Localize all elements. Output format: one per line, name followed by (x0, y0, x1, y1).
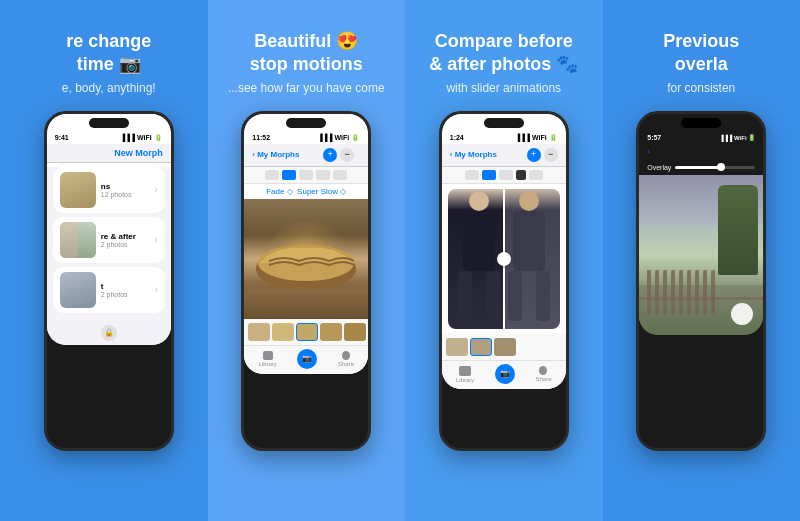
thumb-4[interactable] (320, 323, 342, 341)
share-button[interactable]: Share (338, 351, 354, 369)
panel-feature-4: Previousoverla for consisten 5:57 ▐▐▐ Wi… (603, 0, 801, 521)
dynamic-island-2 (286, 118, 326, 128)
capture-overlay-btn[interactable] (731, 303, 753, 325)
toolbar-icon-3-5[interactable] (529, 170, 543, 180)
phone-bottom-1: 🔒 (47, 321, 171, 345)
toolbar-icon-3-2[interactable] (482, 170, 496, 180)
toolbar-icon-4[interactable] (316, 170, 330, 180)
morph-count: 2 photos (101, 291, 150, 298)
status-bar-4: 5:57 ▐▐▐ WiFi 🔋 (639, 132, 763, 143)
camera-button[interactable]: 📷 (297, 349, 317, 369)
list-item[interactable]: re & after 2 photos › (53, 217, 165, 263)
thumb-5[interactable] (344, 323, 366, 341)
phone-mockup-4: 5:57 ▐▐▐ WiFi 🔋 ‹ Overlay (636, 111, 766, 451)
compare-thumb-3[interactable] (494, 338, 516, 356)
dynamic-island-4 (681, 118, 721, 128)
morph-thumbnail (60, 172, 96, 208)
overlay-nav-bar: ‹ (639, 143, 763, 160)
list-item[interactable]: ns 12 photos › (53, 167, 165, 213)
overlay-slider-track[interactable] (675, 166, 755, 169)
fence-post (655, 270, 659, 315)
panel-1-subtitle: e, body, anything! (62, 81, 156, 97)
compare-thumb-1[interactable] (446, 338, 468, 356)
overlay-slider-row: Overlay (639, 160, 763, 175)
panel-feature-2: Beautiful 😍stop motions ...see how far y… (208, 0, 406, 521)
fence-post (647, 270, 651, 315)
fence-post (679, 270, 683, 315)
toolbar-icon-3[interactable] (299, 170, 313, 180)
svg-rect-3 (463, 211, 495, 271)
thumb-1[interactable] (248, 323, 270, 341)
svg-rect-8 (508, 271, 522, 321)
fence-post (695, 270, 699, 315)
status-icons-3: ▐▐▐ WiFi 🔋 (515, 134, 558, 142)
status-time-3: 1:24 (450, 134, 464, 141)
toolbar-icon-5[interactable] (333, 170, 347, 180)
morph-info: re & after 2 photos (101, 232, 150, 248)
toolbar-icon-1[interactable] (265, 170, 279, 180)
tree (718, 185, 758, 275)
library-label: Library (259, 361, 277, 367)
phone-screen-1: 9:41 ▐▐▐ WiFi 🔋 New Morph ns 12 photos (47, 114, 171, 345)
panel-3-subtitle: with slider animations (446, 81, 561, 97)
overlay-label: Overlay (647, 164, 671, 171)
share-label-3: Share (535, 376, 551, 382)
add-button-2[interactable]: + (323, 148, 337, 162)
morph-info: ns 12 photos (101, 182, 150, 198)
notch-area-4 (639, 114, 763, 132)
lock-icon: 🔒 (101, 325, 117, 341)
food-svg (244, 219, 368, 299)
chevron-icon: › (154, 234, 157, 245)
phone-screen-4: 5:57 ▐▐▐ WiFi 🔋 ‹ Overlay (639, 114, 763, 335)
library-button[interactable]: Library (259, 351, 277, 369)
add-button-3[interactable]: + (527, 148, 541, 162)
panel-2-subtitle: ...see how far you have come (228, 81, 385, 97)
thumbnail-strip (244, 319, 368, 345)
toolbar-icon-3-1[interactable] (465, 170, 479, 180)
svg-rect-7 (513, 211, 545, 271)
library-icon-3 (459, 366, 471, 376)
library-button-3[interactable]: Library (456, 366, 474, 384)
toolbar-icon-3-4[interactable] (516, 170, 526, 180)
compare-slider-handle[interactable] (497, 252, 511, 266)
toolbar-icon-2[interactable] (282, 170, 296, 180)
status-icons-2: ▐▐▐ WiFi 🔋 (318, 134, 361, 142)
compare-photo (448, 189, 560, 329)
before-photo (448, 189, 504, 329)
morph-name: ns (101, 182, 150, 191)
svg-rect-4 (458, 271, 472, 321)
thumb-3[interactable] (296, 323, 318, 341)
nav-back-2[interactable]: ‹ My Morphs (252, 150, 299, 159)
nav-back-4[interactable]: ‹ (647, 147, 650, 156)
morph-thumbnail (60, 222, 96, 258)
compare-thumb-strip (442, 334, 566, 360)
nav-actions-2: + − (323, 148, 360, 162)
toolbar-strip-3 (442, 167, 566, 184)
nav-back-3[interactable]: ‹ My Morphs (450, 150, 497, 159)
status-bar-2: 11:52 ▐▐▐ WiFi 🔋 (244, 132, 368, 144)
morph-count: 12 photos (101, 191, 150, 198)
fence-post (671, 270, 675, 315)
chevron-icon: › (154, 184, 157, 195)
minus-button-2[interactable]: − (340, 148, 354, 162)
compare-thumb-2[interactable] (470, 338, 492, 356)
status-time-4: 5:57 (647, 134, 661, 141)
list-item[interactable]: t 2 photos › (53, 267, 165, 313)
camera-icon: 📷 (302, 354, 312, 363)
minus-button-3[interactable]: − (544, 148, 558, 162)
bottom-toolbar-2: Library 📷 Share (244, 345, 368, 374)
svg-rect-9 (536, 271, 550, 321)
morph-count: 2 photos (101, 241, 150, 248)
share-label: Share (338, 361, 354, 367)
thumb-2[interactable] (272, 323, 294, 341)
status-time-1: 9:41 (55, 134, 69, 141)
overlay-slider-knob[interactable] (717, 163, 725, 171)
after-photo (504, 189, 560, 329)
status-icons-4: ▐▐▐ WiFi 🔋 (720, 134, 756, 141)
panel-2-title: Beautiful 😍stop motions (250, 30, 363, 75)
share-button-3[interactable]: Share (535, 366, 551, 384)
nav-new-morph[interactable]: New Morph (114, 148, 163, 158)
toolbar-icon-3-3[interactable] (499, 170, 513, 180)
fade-speed-label[interactable]: Fade ◇ Super Slow ◇ (244, 184, 368, 199)
camera-button-3[interactable]: 📷 (495, 364, 515, 384)
